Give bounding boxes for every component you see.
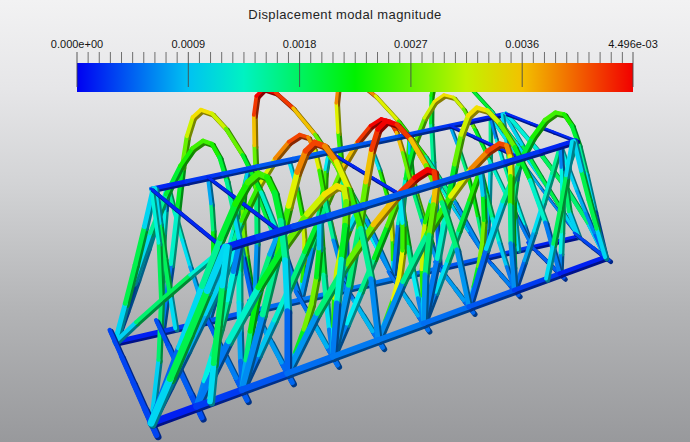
colorbar-tick-label: 0.0036: [505, 38, 539, 50]
scalar-bar: 0.000e+000.00090.00180.00270.00364.496e-…: [0, 0, 690, 100]
render-view[interactable]: Displacement modal magnitude 0.000e+000.…: [0, 0, 690, 442]
colorbar-tick-label: 0.0018: [283, 38, 317, 50]
scalar-bar-gradient: [77, 63, 633, 92]
colorbar-tick-label: 0.0027: [394, 38, 428, 50]
colorbar-tick-label: 4.496e-03: [608, 38, 658, 50]
colorbar-tick-label: 0.000e+00: [51, 38, 103, 50]
colorbar-tick-label: 0.0009: [171, 38, 205, 50]
